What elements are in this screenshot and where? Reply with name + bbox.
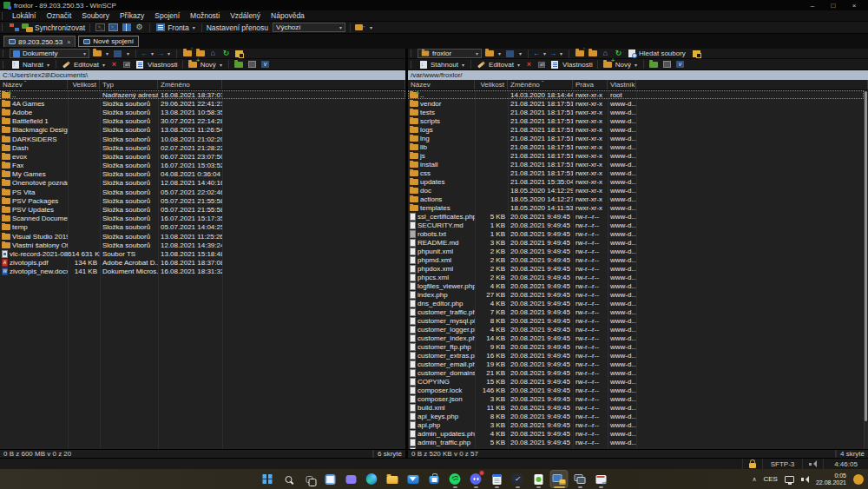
chevron-down-icon[interactable]: ▾ bbox=[462, 62, 464, 68]
find-files-button[interactable]: Hledat soubory bbox=[639, 50, 686, 57]
file-row[interactable]: Fax Složka souborů 16.07.2021 15:03:52 bbox=[0, 162, 405, 170]
forward-icon[interactable]: → bbox=[157, 50, 164, 57]
chevron-down-icon[interactable]: ▾ bbox=[560, 50, 562, 56]
menu-item[interactable]: Soubory bbox=[76, 10, 115, 21]
file-row[interactable]: customer_logger.php 4 KB 20.08.2021 9:49… bbox=[408, 325, 864, 334]
chevron-down-icon[interactable]: ▾ bbox=[635, 62, 637, 68]
file-row[interactable]: templates 18.05.2020 14:11:53 rwxr-xr-x … bbox=[408, 203, 864, 212]
green-app-button[interactable] bbox=[529, 470, 548, 488]
chevron-down-icon[interactable]: ▾ bbox=[519, 50, 522, 56]
chevron-down-icon[interactable]: ▾ bbox=[47, 62, 49, 68]
file-row[interactable]: admin_updates.php 4 KB 20.08.2021 9:49:4… bbox=[408, 429, 864, 438]
new-icon[interactable] bbox=[187, 59, 199, 69]
panel-layout-icon[interactable] bbox=[121, 23, 132, 33]
widgets-button[interactable] bbox=[321, 470, 339, 488]
chevron-down-icon[interactable]: ▾ bbox=[543, 50, 546, 56]
session-tab[interactable]: 89.203.250.53 × bbox=[3, 36, 76, 47]
file-row[interactable]: composer.json 3 KB 20.08.2021 9:49:45 rw… bbox=[408, 394, 864, 403]
column-header-name[interactable]: Názevˆ bbox=[0, 80, 68, 89]
protocol-label[interactable]: SFTP-3 bbox=[762, 459, 802, 469]
chevron-down-icon[interactable]: ▾ bbox=[517, 62, 520, 68]
minimize-button[interactable]: – bbox=[802, 2, 823, 10]
forward-icon[interactable]: → bbox=[549, 50, 556, 57]
file-row[interactable]: doc 18.05.2020 14:12:29 rwxr-xr-x www-d.… bbox=[408, 186, 864, 195]
putty-icon[interactable] bbox=[108, 23, 119, 33]
upload-button[interactable]: Nahrát bbox=[23, 61, 43, 69]
refresh-icon[interactable]: ↻ bbox=[220, 49, 232, 59]
file-row[interactable]: composer.lock 146 KB 20.08.2021 9:49:45 … bbox=[408, 386, 864, 394]
menu-item[interactable]: Nápověda bbox=[266, 10, 310, 21]
edit-button[interactable]: Editovat bbox=[489, 61, 514, 69]
remote-path-bar[interactable]: /var/www/froxlor/ bbox=[408, 70, 868, 80]
notification-badge[interactable] bbox=[853, 474, 864, 485]
upload-icon[interactable]: ↑ bbox=[10, 59, 21, 69]
remote-hidden-count[interactable]: 4 skryté bbox=[836, 450, 868, 458]
menu-item[interactable]: Příkazy bbox=[115, 10, 149, 21]
file-row[interactable]: customer_traffic.php 7 KB 20.08.2021 9:4… bbox=[408, 307, 864, 316]
file-row[interactable]: PSV Packages Složka souborů 05.07.2021 2… bbox=[0, 196, 405, 205]
file-row[interactable]: Vlastní šablony Office Složka souborů 12… bbox=[0, 241, 405, 249]
local-location-select[interactable]: Dokumenty ▾ bbox=[10, 49, 89, 58]
parent-directory-icon[interactable]: ↑ bbox=[181, 49, 193, 59]
column-header-owner[interactable]: Vlastník bbox=[608, 80, 636, 89]
open-directory-icon[interactable] bbox=[91, 49, 102, 59]
file-row[interactable]: My Games Složka souborů 04.08.2021 0:36:… bbox=[0, 170, 405, 179]
open-directory-icon[interactable] bbox=[483, 49, 495, 59]
close-tab-icon[interactable]: × bbox=[67, 39, 70, 45]
home-directory-icon[interactable]: ⌂ bbox=[207, 49, 219, 59]
file-row[interactable]: phpdox.xml 2 KB 20.08.2021 9:49:45 rw-r-… bbox=[408, 264, 864, 273]
console-window-icon[interactable] bbox=[661, 59, 673, 69]
file-row[interactable]: phpmd.xml 2 KB 20.08.2021 9:49:45 rw-r--… bbox=[408, 255, 864, 264]
search-button[interactable] bbox=[279, 470, 298, 488]
file-row[interactable]: Battlefield 1 Složka souborů 30.07.2021 … bbox=[0, 117, 405, 126]
mail-button[interactable] bbox=[404, 470, 423, 488]
menu-item[interactable]: Spojení bbox=[149, 10, 185, 21]
file-row[interactable]: phpunit.xml 2 KB 20.08.2021 9:49:45 rw-r… bbox=[408, 247, 864, 255]
edit-button[interactable]: Editovat bbox=[74, 61, 99, 69]
clock[interactable]: 0:05 22.08.2021 bbox=[816, 472, 846, 486]
delete-icon[interactable]: × bbox=[108, 59, 120, 69]
file-row[interactable]: zivotopis_new.docx 141 KB Dokument Micro… bbox=[0, 268, 405, 276]
parent-directory-icon[interactable]: ↑ bbox=[574, 49, 585, 59]
notepad-button[interactable] bbox=[488, 470, 506, 488]
menu-item[interactable]: Možnosti bbox=[185, 10, 225, 21]
file-row[interactable]: admin_templates.php 18 KB 20.08.2021 9:4… bbox=[408, 446, 864, 449]
chevron-down-icon[interactable]: ▾ bbox=[220, 62, 222, 68]
chevron-down-icon[interactable]: ▾ bbox=[498, 50, 501, 56]
filter-icon[interactable]: V bbox=[674, 59, 686, 69]
file-row[interactable]: lib 21.08.2021 18:17:51 rwxr-xr-x www-d.… bbox=[408, 142, 864, 151]
file-row[interactable]: updates 21.08.2021 15:35:04 rwxr-xr-x ww… bbox=[408, 177, 864, 186]
column-header-changed[interactable]: Změněnoˇ bbox=[508, 80, 573, 89]
open-in-other-panel-icon[interactable] bbox=[233, 49, 245, 59]
file-row[interactable]: evox Složka souborů 06.07.2021 23:07:50 bbox=[0, 152, 405, 161]
rename-icon[interactable]: ab bbox=[536, 59, 548, 69]
file-row[interactable]: api_keys.php 8 KB 20.08.2021 9:49:45 rw-… bbox=[408, 412, 864, 420]
synchronize-label[interactable]: Synchronizovat bbox=[35, 23, 85, 32]
file-row[interactable]: scripts 21.08.2021 18:17:51 rwxr-xr-x ww… bbox=[408, 116, 864, 125]
queue-icon[interactable] bbox=[155, 23, 166, 33]
edit-icon[interactable] bbox=[61, 59, 72, 69]
delete-icon[interactable]: × bbox=[523, 59, 535, 69]
file-row[interactable]: PS Vita Složka souborů 05.07.2021 22:02:… bbox=[0, 188, 405, 196]
rename-icon[interactable]: ab bbox=[122, 59, 133, 69]
file-row[interactable]: install 21.08.2021 18:17:51 rwxr-xr-x ww… bbox=[408, 160, 864, 169]
chevron-down-icon[interactable]: ▾ bbox=[151, 50, 154, 56]
file-row[interactable]: api.php 3 KB 20.08.2021 9:49:45 rw-r--r-… bbox=[408, 420, 864, 429]
new-button[interactable]: Nový bbox=[615, 61, 631, 69]
winscp-button[interactable] bbox=[550, 470, 569, 488]
file-row[interactable]: README.md 3 KB 20.08.2021 9:49:45 rw-r--… bbox=[408, 238, 864, 247]
encryption-lock-icon[interactable] bbox=[742, 459, 762, 469]
file-row[interactable]: Scanned Documents Složka souborů 16.07.2… bbox=[0, 215, 405, 223]
file-row[interactable]: actions 18.05.2020 14:12:27 rwxr-xr-x ww… bbox=[408, 195, 864, 203]
close-button[interactable]: × bbox=[844, 2, 865, 10]
file-row[interactable]: PSV Updates Složka souborů 05.07.2021 21… bbox=[0, 205, 405, 214]
file-row[interactable]: temp Složka souborů 05.07.2021 14:04:25 bbox=[0, 223, 405, 232]
file-row[interactable]: vendor 21.08.2021 18:17:51 rwxr-xr-x www… bbox=[408, 99, 864, 108]
file-row[interactable]: Onenotové poznámk... Složka souborů 12.0… bbox=[0, 179, 405, 188]
download-button[interactable]: Stáhnout bbox=[431, 61, 458, 69]
file-row[interactable]: zivotopis.pdf 134 KB Adobe Acrobat D... … bbox=[0, 259, 405, 268]
home-directory-icon[interactable]: ⌂ bbox=[600, 49, 611, 59]
file-row[interactable]: dns_editor.php 4 KB 20.08.2021 9:49:45 r… bbox=[408, 299, 864, 307]
column-header-name[interactable]: Název bbox=[408, 80, 475, 89]
file-row[interactable]: css 21.08.2021 18:17:51 rwxr-xr-x www-d.… bbox=[408, 169, 864, 177]
